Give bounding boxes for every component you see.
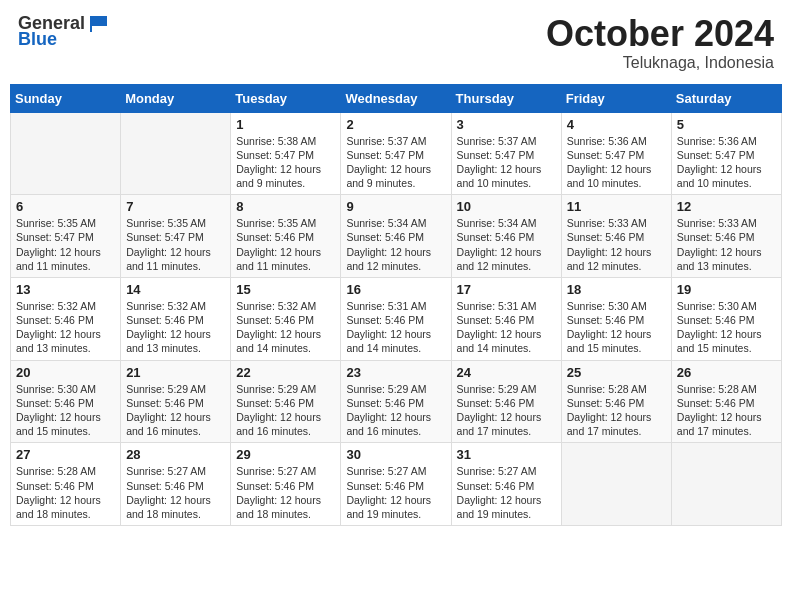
calendar-cell: 16Sunrise: 5:31 AMSunset: 5:46 PMDayligh…: [341, 277, 451, 360]
title-block: October 2024 Teluknaga, Indonesia: [546, 14, 774, 72]
location: Teluknaga, Indonesia: [546, 54, 774, 72]
day-number: 9: [346, 199, 446, 214]
day-info: Sunrise: 5:29 AMSunset: 5:46 PMDaylight:…: [457, 382, 557, 439]
calendar-cell: 24Sunrise: 5:29 AMSunset: 5:46 PMDayligh…: [451, 360, 561, 443]
day-of-week-thursday: Thursday: [451, 84, 561, 112]
calendar-cell: 20Sunrise: 5:30 AMSunset: 5:46 PMDayligh…: [11, 360, 121, 443]
day-number: 6: [16, 199, 116, 214]
calendar-cell: 23Sunrise: 5:29 AMSunset: 5:46 PMDayligh…: [341, 360, 451, 443]
day-number: 11: [567, 199, 667, 214]
day-info: Sunrise: 5:36 AMSunset: 5:47 PMDaylight:…: [677, 134, 777, 191]
day-info: Sunrise: 5:32 AMSunset: 5:46 PMDaylight:…: [236, 299, 336, 356]
day-number: 14: [126, 282, 226, 297]
day-of-week-sunday: Sunday: [11, 84, 121, 112]
calendar-cell: [671, 443, 781, 526]
calendar-cell: 15Sunrise: 5:32 AMSunset: 5:46 PMDayligh…: [231, 277, 341, 360]
day-number: 13: [16, 282, 116, 297]
day-info: Sunrise: 5:38 AMSunset: 5:47 PMDaylight:…: [236, 134, 336, 191]
calendar-cell: 13Sunrise: 5:32 AMSunset: 5:46 PMDayligh…: [11, 277, 121, 360]
day-of-week-wednesday: Wednesday: [341, 84, 451, 112]
day-info: Sunrise: 5:30 AMSunset: 5:46 PMDaylight:…: [16, 382, 116, 439]
day-info: Sunrise: 5:34 AMSunset: 5:46 PMDaylight:…: [346, 216, 446, 273]
day-number: 1: [236, 117, 336, 132]
page-header: General Blue October 2024 Teluknaga, Ind…: [10, 10, 782, 76]
day-number: 28: [126, 447, 226, 462]
day-number: 7: [126, 199, 226, 214]
day-number: 21: [126, 365, 226, 380]
calendar-cell: 27Sunrise: 5:28 AMSunset: 5:46 PMDayligh…: [11, 443, 121, 526]
calendar-cell: 21Sunrise: 5:29 AMSunset: 5:46 PMDayligh…: [121, 360, 231, 443]
month-title: October 2024: [546, 14, 774, 54]
calendar-week-row: 27Sunrise: 5:28 AMSunset: 5:46 PMDayligh…: [11, 443, 782, 526]
day-number: 20: [16, 365, 116, 380]
calendar-cell: 19Sunrise: 5:30 AMSunset: 5:46 PMDayligh…: [671, 277, 781, 360]
day-info: Sunrise: 5:30 AMSunset: 5:46 PMDaylight:…: [677, 299, 777, 356]
logo-blue-text: Blue: [18, 30, 57, 50]
day-info: Sunrise: 5:27 AMSunset: 5:46 PMDaylight:…: [126, 464, 226, 521]
calendar-cell: 25Sunrise: 5:28 AMSunset: 5:46 PMDayligh…: [561, 360, 671, 443]
calendar-cell: 9Sunrise: 5:34 AMSunset: 5:46 PMDaylight…: [341, 195, 451, 278]
day-info: Sunrise: 5:30 AMSunset: 5:46 PMDaylight:…: [567, 299, 667, 356]
day-info: Sunrise: 5:35 AMSunset: 5:47 PMDaylight:…: [16, 216, 116, 273]
day-info: Sunrise: 5:27 AMSunset: 5:46 PMDaylight:…: [457, 464, 557, 521]
day-number: 8: [236, 199, 336, 214]
day-number: 22: [236, 365, 336, 380]
day-info: Sunrise: 5:29 AMSunset: 5:46 PMDaylight:…: [346, 382, 446, 439]
calendar-table: SundayMondayTuesdayWednesdayThursdayFrid…: [10, 84, 782, 526]
day-info: Sunrise: 5:33 AMSunset: 5:46 PMDaylight:…: [677, 216, 777, 273]
calendar-cell: 26Sunrise: 5:28 AMSunset: 5:46 PMDayligh…: [671, 360, 781, 443]
day-info: Sunrise: 5:32 AMSunset: 5:46 PMDaylight:…: [16, 299, 116, 356]
day-info: Sunrise: 5:32 AMSunset: 5:46 PMDaylight:…: [126, 299, 226, 356]
calendar-cell: 8Sunrise: 5:35 AMSunset: 5:46 PMDaylight…: [231, 195, 341, 278]
day-info: Sunrise: 5:36 AMSunset: 5:47 PMDaylight:…: [567, 134, 667, 191]
calendar-cell: 10Sunrise: 5:34 AMSunset: 5:46 PMDayligh…: [451, 195, 561, 278]
day-info: Sunrise: 5:33 AMSunset: 5:46 PMDaylight:…: [567, 216, 667, 273]
day-info: Sunrise: 5:31 AMSunset: 5:46 PMDaylight:…: [457, 299, 557, 356]
day-number: 17: [457, 282, 557, 297]
svg-marker-0: [91, 16, 107, 26]
day-number: 26: [677, 365, 777, 380]
day-info: Sunrise: 5:29 AMSunset: 5:46 PMDaylight:…: [236, 382, 336, 439]
day-of-week-saturday: Saturday: [671, 84, 781, 112]
day-info: Sunrise: 5:34 AMSunset: 5:46 PMDaylight:…: [457, 216, 557, 273]
day-info: Sunrise: 5:37 AMSunset: 5:47 PMDaylight:…: [346, 134, 446, 191]
day-number: 29: [236, 447, 336, 462]
day-number: 3: [457, 117, 557, 132]
day-number: 4: [567, 117, 667, 132]
day-info: Sunrise: 5:27 AMSunset: 5:46 PMDaylight:…: [346, 464, 446, 521]
day-info: Sunrise: 5:31 AMSunset: 5:46 PMDaylight:…: [346, 299, 446, 356]
calendar-cell: 29Sunrise: 5:27 AMSunset: 5:46 PMDayligh…: [231, 443, 341, 526]
day-number: 10: [457, 199, 557, 214]
day-info: Sunrise: 5:28 AMSunset: 5:46 PMDaylight:…: [677, 382, 777, 439]
calendar-cell: 28Sunrise: 5:27 AMSunset: 5:46 PMDayligh…: [121, 443, 231, 526]
calendar-header-row: SundayMondayTuesdayWednesdayThursdayFrid…: [11, 84, 782, 112]
calendar-cell: 1Sunrise: 5:38 AMSunset: 5:47 PMDaylight…: [231, 112, 341, 195]
logo-flag-icon: [87, 14, 109, 34]
calendar-cell: 12Sunrise: 5:33 AMSunset: 5:46 PMDayligh…: [671, 195, 781, 278]
day-number: 16: [346, 282, 446, 297]
day-info: Sunrise: 5:37 AMSunset: 5:47 PMDaylight:…: [457, 134, 557, 191]
day-info: Sunrise: 5:28 AMSunset: 5:46 PMDaylight:…: [16, 464, 116, 521]
calendar-cell: 31Sunrise: 5:27 AMSunset: 5:46 PMDayligh…: [451, 443, 561, 526]
calendar-cell: 7Sunrise: 5:35 AMSunset: 5:47 PMDaylight…: [121, 195, 231, 278]
day-number: 5: [677, 117, 777, 132]
calendar-cell: 3Sunrise: 5:37 AMSunset: 5:47 PMDaylight…: [451, 112, 561, 195]
day-number: 25: [567, 365, 667, 380]
calendar-cell: 18Sunrise: 5:30 AMSunset: 5:46 PMDayligh…: [561, 277, 671, 360]
day-number: 2: [346, 117, 446, 132]
calendar-week-row: 6Sunrise: 5:35 AMSunset: 5:47 PMDaylight…: [11, 195, 782, 278]
day-number: 31: [457, 447, 557, 462]
logo: General Blue: [18, 14, 109, 50]
calendar-cell: 14Sunrise: 5:32 AMSunset: 5:46 PMDayligh…: [121, 277, 231, 360]
day-number: 15: [236, 282, 336, 297]
calendar-cell: 22Sunrise: 5:29 AMSunset: 5:46 PMDayligh…: [231, 360, 341, 443]
calendar-cell: [121, 112, 231, 195]
day-number: 19: [677, 282, 777, 297]
calendar-week-row: 13Sunrise: 5:32 AMSunset: 5:46 PMDayligh…: [11, 277, 782, 360]
calendar-cell: [11, 112, 121, 195]
day-number: 12: [677, 199, 777, 214]
calendar-cell: 6Sunrise: 5:35 AMSunset: 5:47 PMDaylight…: [11, 195, 121, 278]
day-number: 24: [457, 365, 557, 380]
calendar-cell: 11Sunrise: 5:33 AMSunset: 5:46 PMDayligh…: [561, 195, 671, 278]
day-number: 18: [567, 282, 667, 297]
